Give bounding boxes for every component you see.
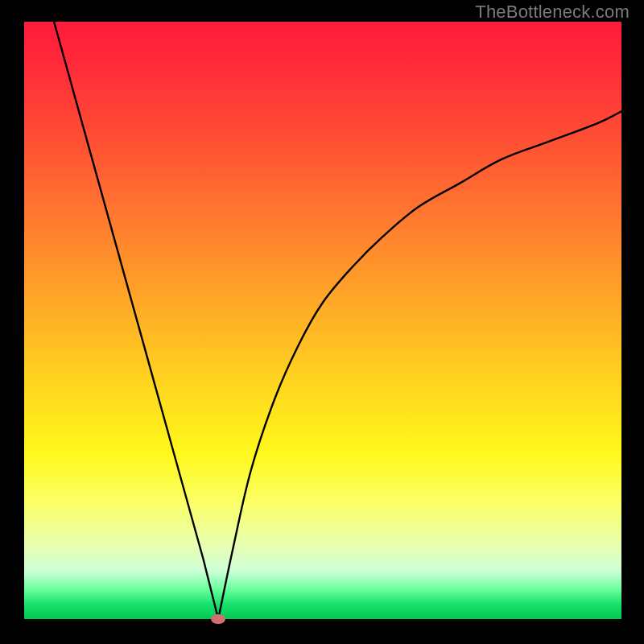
- optimal-point-marker: [211, 614, 225, 624]
- watermark-text: TheBottleneck.com: [475, 2, 630, 23]
- chart-frame: TheBottleneck.com: [0, 0, 644, 644]
- curve-left-segment: [54, 22, 218, 619]
- curve-right-segment: [218, 111, 621, 619]
- bottleneck-curve: [24, 22, 621, 619]
